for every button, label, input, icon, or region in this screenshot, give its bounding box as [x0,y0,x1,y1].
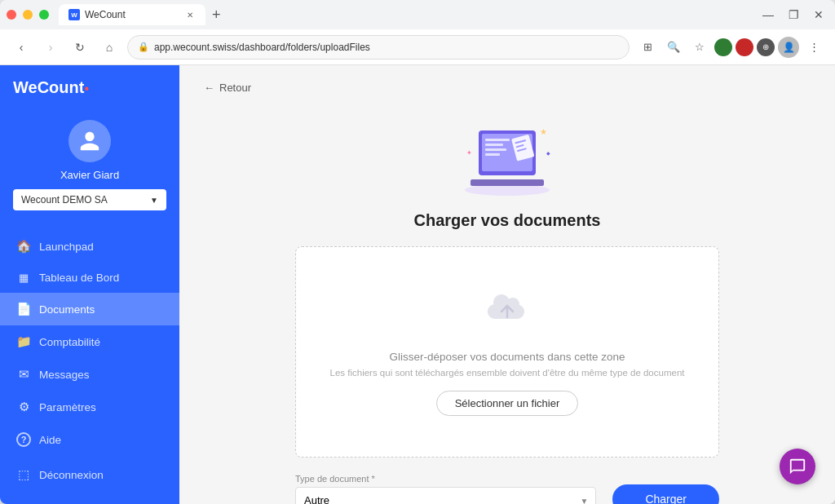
sidebar-item-launchpad[interactable]: 🏠 Launchpad [0,230,179,263]
sidebar-item-label-documents: Documents [39,303,95,316]
svg-rect-1 [471,179,544,186]
messages-nav-icon: ✉ [16,367,31,382]
select-file-btn[interactable]: Sélectionner un fichier [436,391,579,416]
reload-btn[interactable]: ↻ [68,36,91,59]
svg-text:◆: ◆ [546,151,550,156]
back-label: Retour [219,82,251,94]
sidebar-item-label-aide: Aide [39,434,61,446]
active-tab[interactable]: W WeCount ✕ [59,4,205,25]
forward-nav-btn[interactable]: › [39,36,62,59]
window-close-os-btn[interactable]: ✕ [809,7,828,23]
page-title: Charger vos documents [414,211,601,230]
settings-nav-icon: ⚙ [16,400,31,414]
sidebar-item-label-comptabilite: Comptabilité [39,336,100,348]
help-nav-icon: ? [16,432,31,447]
sidebar-item-parametres[interactable]: ⚙ Paramètres [0,391,179,423]
drag-drop-text: Glisser-déposer vos documents dans cette… [390,351,625,363]
sidebar-item-label-launchpad: Launchpad [39,241,94,253]
window-controls-left [7,10,49,20]
extension-icon[interactable]: ⊕ [757,38,775,56]
profile-circle-red[interactable] [736,38,753,56]
browser-window: W WeCount ✕ + — ❐ ✕ ‹ › ↻ ⌂ 🔒 app.wecoun… [0,0,835,504]
sidebar-item-label-parametres: Paramètres [39,401,96,413]
bookmark-icon-btn[interactable]: ☆ [688,36,711,59]
url-text: app.wecount.swiss/dashboard/folders/uplo… [154,42,370,53]
zoom-icon-btn[interactable]: 🔍 [662,36,685,59]
doc-type-field: Type de document * Autre Facture Contrat… [295,474,596,504]
company-dropdown-wrapper[interactable]: Wecount DEMO SA ▼ [13,189,166,210]
back-link[interactable]: ← Retour [204,82,811,94]
sidebar-logo: WeCount• [0,78,179,113]
sidebar-item-aide[interactable]: ? Aide [0,423,179,456]
dashboard-nav-icon: ▦ [16,272,31,284]
svg-rect-4 [485,139,510,141]
svg-text:★: ★ [540,127,547,136]
home-nav-icon: 🏠 [16,239,31,254]
tab-title: WeCount [85,9,126,20]
sidebar: WeCount• Xavier Giard Wecount DEMO SA ▼ [0,65,179,504]
window-minimize-btn[interactable] [23,10,33,20]
window-minimize-os-btn[interactable]: — [758,7,779,23]
tab-bar: W WeCount ✕ + [59,4,754,25]
svg-rect-5 [485,144,503,146]
charger-btn[interactable]: Charger [612,484,719,504]
back-arrow-icon: ← [204,82,214,94]
documents-nav-icon: 📄 [16,302,31,316]
svg-text:✦: ✦ [466,149,472,157]
tab-close-btn[interactable]: ✕ [184,9,196,20]
page-content: ★ ✦ ◆ Charger vos documents [204,110,811,504]
sidebar-item-messages[interactable]: ✉ Messages [0,358,179,391]
browser-toolbar: ‹ › ↻ ⌂ 🔒 app.wecount.swiss/dashboard/fo… [0,29,835,65]
window-close-btn[interactable] [7,10,16,20]
sidebar-item-label-deconnexion: Déconnexion [39,469,104,481]
main-content: ← Retour [179,65,835,504]
svg-point-0 [465,184,550,196]
cast-icon-btn[interactable]: ⊞ [636,36,659,59]
sidebar-user: Xavier Giard Wecount DEMO SA ▼ [0,113,179,223]
window-maximize-btn[interactable] [39,10,49,20]
user-profile-btn[interactable]: 👤 [778,37,799,58]
app-container: WeCount• Xavier Giard Wecount DEMO SA ▼ [0,65,835,504]
hero-illustration: ★ ✦ ◆ [450,110,564,200]
upload-cloud-icon [483,288,532,338]
toolbar-icons: ⊞ 🔍 ☆ ⊕ 👤 ⋮ [636,36,825,59]
new-tab-btn[interactable]: + [205,5,228,25]
address-bar[interactable]: 🔒 app.wecount.swiss/dashboard/folders/up… [127,35,630,60]
sidebar-item-deconnexion[interactable]: ⬚ Déconnexion [0,458,179,491]
doc-type-select[interactable]: Autre Facture Contrat Rapport [295,487,596,504]
back-nav-btn[interactable]: ‹ [10,36,33,59]
upload-zone[interactable]: Glisser-déposer vos documents dans cette… [295,246,719,458]
lock-icon: 🔒 [138,42,149,52]
sidebar-item-documents[interactable]: 📄 Documents [0,293,179,325]
sidebar-item-label-tableau: Tableau de Bord [39,272,119,284]
logo-dot: • [84,82,89,95]
browser-titlebar: W WeCount ✕ + — ❐ ✕ [0,0,835,29]
dropdown-chevron-icon: ▼ [150,196,158,205]
home-btn[interactable]: ⌂ [98,36,121,59]
sidebar-item-comptabilite[interactable]: 📁 Comptabilité [0,325,179,358]
avatar [68,120,111,162]
window-restore-os-btn[interactable]: ❐ [784,7,804,23]
tab-favicon: W [68,9,80,20]
company-dropdown[interactable]: Wecount DEMO SA ▼ [13,189,166,210]
comptabilite-nav-icon: 📁 [16,334,31,349]
doc-type-select-wrapper[interactable]: Autre Facture Contrat Rapport ▼ [295,487,596,504]
svg-rect-7 [485,153,500,156]
window-controls: — ❐ ✕ [758,7,828,23]
drag-drop-subtext: Les fichiers qui sont téléchargés ensemb… [330,368,685,378]
sidebar-item-tableau-de-bord[interactable]: ▦ Tableau de Bord [0,263,179,293]
doc-type-label: Type de document * [295,474,596,484]
logout-icon: ⬚ [16,467,31,482]
user-name: Xavier Giard [60,169,119,181]
chat-bubble-btn[interactable] [780,449,815,484]
form-row: Type de document * Autre Facture Contrat… [295,474,719,504]
more-options-btn[interactable]: ⋮ [802,36,825,59]
sidebar-item-label-messages: Messages [39,369,90,381]
svg-rect-6 [485,148,506,151]
logo-text: WeCount [13,78,84,96]
sidebar-nav: 🏠 Launchpad ▦ Tableau de Bord 📄 Document… [0,230,179,458]
company-name: Wecount DEMO SA [21,194,108,206]
profile-circle-green[interactable] [714,38,732,56]
